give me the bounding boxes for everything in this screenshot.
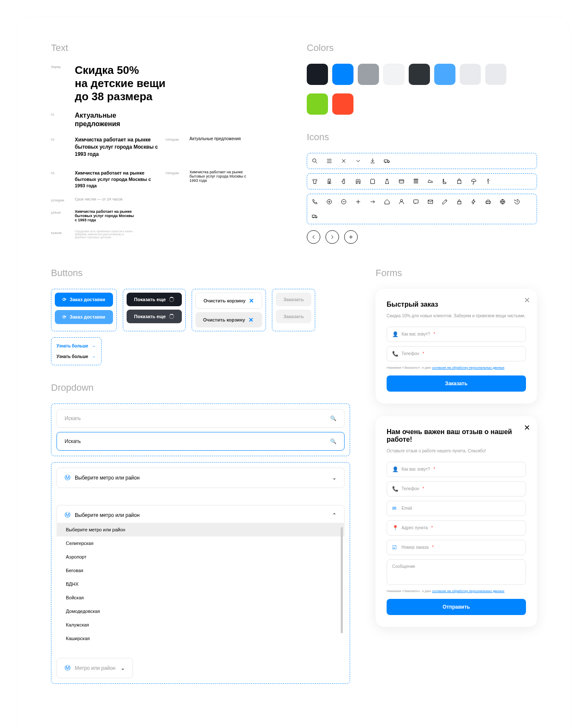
search-input[interactable]: Искать🔍	[57, 409, 345, 428]
metro-select-small[interactable]: ⓂМетро или район⌄	[57, 658, 133, 678]
color-swatch	[485, 64, 506, 85]
prev-button[interactable]	[307, 230, 320, 244]
order-button[interactable]: ⟳Заказ доставки	[55, 293, 113, 307]
learn-link[interactable]: Узнать больше→	[55, 341, 98, 351]
metro-icon: Ⓜ	[65, 474, 71, 482]
truck-icon	[384, 158, 390, 164]
lock-icon	[456, 198, 463, 205]
color-swatch	[307, 93, 328, 115]
bag-icon	[456, 178, 463, 185]
icons-row-1	[307, 153, 537, 169]
close-button[interactable]: ✕	[524, 423, 530, 432]
section-title-icons: Icons	[307, 132, 537, 143]
metro-option[interactable]: Селигерская	[57, 536, 345, 550]
phone-field[interactable]: 📞Телефон*	[387, 346, 526, 361]
more-button-hover[interactable]: Показать еще	[127, 310, 182, 323]
color-swatch	[358, 64, 379, 85]
quick-order-form: ✕ Быстрый заказ Скидка 10% для новых кли…	[376, 289, 537, 404]
curtain-icon	[413, 178, 419, 185]
submit-button-disabled: Заказать	[276, 293, 311, 306]
glove-icon	[340, 178, 347, 185]
color-swatch	[434, 64, 455, 85]
close-icon	[340, 158, 347, 164]
svg-rect-16	[312, 215, 315, 217]
clear-button[interactable]: Очистить корзину✕	[195, 293, 262, 309]
history-icon: ⟳	[62, 297, 66, 302]
color-swatch	[383, 64, 404, 85]
shoe-icon	[427, 178, 434, 185]
arrow-right-icon: →	[92, 344, 96, 348]
svg-point-18	[316, 217, 317, 218]
next-button[interactable]	[325, 230, 339, 244]
metro-select-open[interactable]: ⓂВыберите метро или район⌃	[57, 505, 345, 525]
metro-option[interactable]: Аэропорт	[57, 550, 345, 564]
add-button[interactable]	[344, 230, 358, 244]
search-input-active[interactable]: Искать🔍	[57, 432, 345, 451]
pants-icon	[326, 178, 333, 185]
close-icon: ✕	[249, 297, 254, 304]
address-field[interactable]: 📍Адрес пункта*	[387, 520, 526, 536]
color-swatch	[332, 93, 353, 115]
metro-option[interactable]: Домодедовская	[57, 604, 345, 618]
globe-icon	[499, 198, 506, 205]
minus-circle-icon	[340, 198, 347, 205]
mail-icon	[427, 198, 434, 205]
metro-option[interactable]: Беговая	[57, 564, 345, 577]
svg-point-2	[385, 162, 386, 163]
metro-option[interactable]: Выберите метро или район	[57, 523, 345, 536]
svg-point-17	[313, 217, 314, 218]
metro-option[interactable]: Каширская	[57, 632, 345, 645]
metro-option[interactable]: Войская	[57, 591, 345, 604]
search-icon	[311, 158, 318, 164]
svg-rect-10	[428, 200, 433, 203]
arrow-right-icon	[369, 198, 376, 205]
section-title-forms: Forms	[376, 268, 537, 279]
send-button[interactable]: Отправить	[387, 599, 526, 615]
svg-rect-4	[399, 180, 404, 183]
phone-icon: 📞	[392, 351, 398, 357]
close-button[interactable]: ✕	[524, 296, 530, 305]
order-button-hover[interactable]: ⟳Заказ доставки	[55, 310, 113, 324]
order-submit-button[interactable]: Заказать	[387, 375, 526, 392]
scrollbar[interactable]	[341, 527, 343, 633]
chevron-up-icon: ⌃	[332, 512, 336, 518]
submit-button-disabled2: Заказать	[276, 310, 311, 323]
display-text: Скидка 50% на детские вещи до 38 размера	[75, 64, 166, 104]
order-field[interactable]: ☑Номер заказа*	[387, 540, 526, 555]
color-swatch	[460, 64, 481, 85]
metro-options: Выберите метро или районСелигерскаяАэроп…	[57, 523, 345, 645]
icons-row-3	[307, 194, 537, 224]
dress-icon	[384, 178, 390, 185]
section-title-colors: Colors	[307, 42, 537, 54]
chevron-down-icon: ⌄	[332, 475, 336, 481]
svg-point-3	[388, 162, 389, 163]
consent-link[interactable]: согласие на обработку персональных данны…	[432, 589, 504, 593]
name-field[interactable]: 👤Как вас зовут?*	[387, 462, 526, 477]
phone-field[interactable]: 📞Телефон*	[387, 481, 526, 497]
svg-rect-12	[486, 201, 491, 203]
car-icon	[485, 198, 492, 205]
tshirt-icon	[311, 178, 318, 185]
svg-point-0	[313, 159, 316, 162]
metro-select[interactable]: ⓂВыберите метро или район⌄	[57, 468, 345, 488]
svg-rect-1	[384, 160, 387, 162]
download-icon	[369, 158, 376, 164]
metro-option[interactable]: ВДНХ	[57, 577, 345, 591]
bedding-icon	[398, 178, 405, 185]
clear-button-hover[interactable]: Очистить корзину✕	[195, 312, 262, 327]
phone-icon	[311, 198, 318, 205]
metro-option[interactable]: Калужская	[57, 618, 345, 632]
user-icon	[398, 198, 405, 205]
svg-point-8	[400, 200, 402, 202]
jacket-icon	[355, 178, 362, 185]
color-swatch	[332, 64, 353, 85]
more-button[interactable]: Показать еще	[127, 293, 182, 306]
plus-icon	[355, 198, 362, 205]
svg-rect-5	[458, 180, 461, 183]
consent-link[interactable]: согласие на обработку персональных данны…	[432, 366, 504, 370]
learn-link-hover[interactable]: Узнать больше→	[55, 352, 98, 361]
name-field[interactable]: 👤Как вас зовут?*	[387, 327, 526, 342]
email-field[interactable]: ✉Email	[387, 501, 526, 516]
icons-row-2	[307, 173, 537, 189]
message-field[interactable]: Сообщение	[387, 559, 526, 585]
